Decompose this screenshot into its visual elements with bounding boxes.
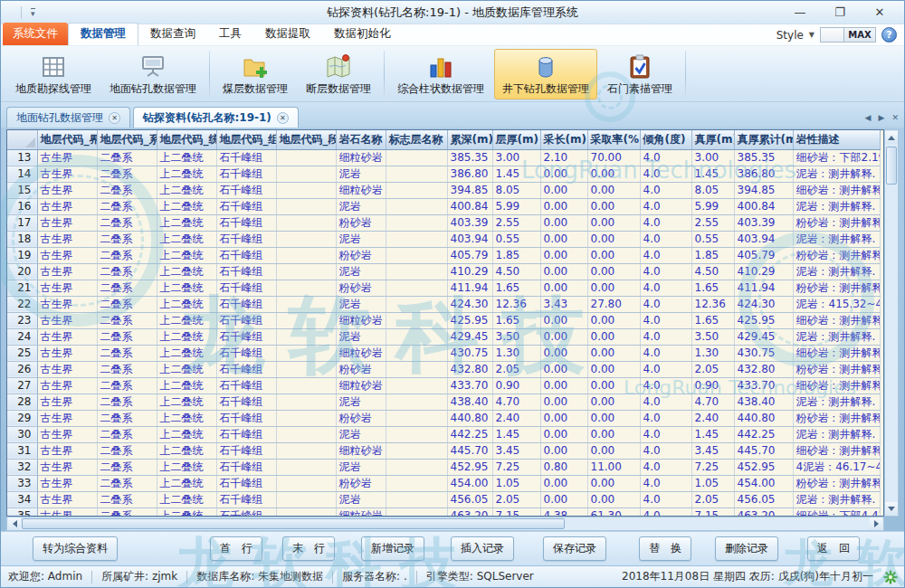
table-row[interactable]: 29古生界二叠系上二叠统石千峰组粉砂岩440.802.400.000.004.0… (7, 410, 880, 426)
table-cell[interactable]: 70.00 (587, 149, 640, 166)
table-cell[interactable]: 440.80 (447, 410, 492, 426)
row-number-cell[interactable]: 33 (7, 475, 37, 491)
table-cell[interactable]: 12.36 (492, 296, 540, 312)
table-cell[interactable]: 394.85 (734, 182, 793, 198)
table-row[interactable]: 18古生界二叠系上二叠统石千峰组泥岩403.940.550.000.004.00… (7, 231, 880, 247)
horizontal-scrollbar[interactable] (6, 517, 884, 531)
table-cell[interactable]: 粉砂岩：测井解释. (793, 361, 880, 377)
chevron-down-icon[interactable]: ▼ (809, 31, 814, 39)
table-cell[interactable]: 0.00 (540, 263, 587, 280)
table-cell[interactable] (276, 459, 336, 475)
table-cell[interactable] (386, 247, 447, 263)
table-cell[interactable]: 二叠系 (97, 459, 157, 475)
table-cell[interactable]: 3.43 (540, 296, 587, 312)
table-cell[interactable]: 二叠系 (97, 166, 157, 182)
table-cell[interactable]: 古生界 (37, 394, 97, 410)
table-cell[interactable]: 0.00 (540, 231, 587, 247)
document-tab[interactable]: 地面钻孔数据管理✕ (6, 107, 130, 128)
table-cell[interactable]: 0.90 (492, 377, 540, 394)
table-cell[interactable]: 405.79 (447, 247, 492, 263)
table-cell[interactable] (276, 182, 336, 198)
row-number-cell[interactable]: 26 (7, 361, 37, 377)
table-cell[interactable]: 上二叠统 (157, 231, 216, 247)
table-cell[interactable]: 385.35 (447, 149, 492, 166)
table-cell[interactable]: 456.05 (447, 491, 492, 507)
table-cell[interactable]: 0.00 (587, 312, 640, 328)
table-cell[interactable]: 粉砂岩：测井解释. (793, 214, 880, 231)
table-cell[interactable]: 0.00 (540, 361, 587, 377)
table-cell[interactable]: 古生界 (37, 459, 97, 475)
table-cell[interactable]: 0.00 (587, 328, 640, 345)
table-cell[interactable]: 上二叠统 (157, 328, 216, 345)
scroll-left-icon[interactable] (8, 517, 21, 530)
table-cell[interactable]: 0.00 (587, 442, 640, 459)
table-cell[interactable]: 2.05 (492, 491, 540, 507)
table-cell[interactable]: 0.00 (540, 280, 587, 296)
table-cell[interactable]: 1.65 (691, 312, 734, 328)
table-cell[interactable]: 1.65 (492, 280, 540, 296)
row-number-cell[interactable]: 15 (7, 182, 37, 198)
row-number-cell[interactable]: 19 (7, 247, 37, 263)
row-number-cell[interactable]: 27 (7, 377, 37, 394)
table-cell[interactable]: 2.05 (691, 491, 734, 507)
table-cell[interactable]: 0.00 (540, 312, 587, 328)
table-cell[interactable]: 4.0 (640, 426, 691, 442)
table-cell[interactable]: 8.05 (492, 182, 540, 198)
table-cell[interactable]: 古生界 (37, 491, 97, 507)
row-number-cell[interactable]: 29 (7, 410, 37, 426)
table-cell[interactable]: 61.30 (587, 507, 640, 517)
table-cell[interactable] (276, 475, 336, 491)
table-cell[interactable] (276, 377, 336, 394)
table-cell[interactable] (386, 182, 447, 198)
table-cell[interactable]: 古生界 (37, 231, 97, 247)
table-row[interactable]: 34古生界二叠系上二叠统石千峰组泥岩456.052.050.000.004.02… (7, 491, 880, 507)
table-row[interactable]: 13古生界二叠系上二叠统石千峰组细粒砂岩385.353.002.1070.004… (7, 149, 880, 166)
table-cell[interactable]: 433.70 (734, 377, 793, 394)
table-cell[interactable] (386, 426, 447, 442)
table-cell[interactable]: 4.0 (640, 459, 691, 475)
return-button[interactable]: 返 回 (807, 536, 860, 561)
first-row-button[interactable]: 首 行 (210, 536, 262, 561)
table-cell[interactable]: 445.70 (734, 442, 793, 459)
column-header[interactable]: 真厚(m) (691, 130, 734, 149)
table-cell[interactable]: 二叠系 (97, 491, 157, 507)
table-cell[interactable] (276, 312, 336, 328)
table-cell[interactable]: 粉砂岩 (336, 247, 386, 263)
table-row[interactable]: 14古生界二叠系上二叠统石千峰组泥岩386.801.450.000.004.01… (7, 166, 880, 182)
table-cell[interactable]: 0.00 (587, 166, 640, 182)
add-record-button[interactable]: 新增记录 (361, 536, 424, 561)
scroll-right-icon[interactable] (870, 517, 882, 530)
table-cell[interactable]: 0.00 (587, 475, 640, 491)
table-cell[interactable]: 4.0 (640, 312, 691, 328)
table-cell[interactable] (386, 377, 447, 394)
table-cell[interactable]: 4.0 (640, 410, 691, 426)
table-cell[interactable]: 0.00 (540, 345, 587, 361)
table-cell[interactable]: 2.40 (691, 410, 734, 426)
row-number-cell[interactable]: 24 (7, 328, 37, 345)
table-cell[interactable]: 细粒砂岩 (336, 377, 386, 394)
table-cell[interactable]: 0.00 (587, 231, 640, 247)
max-toggle[interactable]: MAX (820, 27, 876, 43)
table-cell[interactable]: 石千峰组 (216, 296, 276, 312)
table-cell[interactable]: 粉砂岩 (336, 361, 386, 377)
table-cell[interactable]: 12.36 (691, 296, 734, 312)
table-cell[interactable]: 0.00 (540, 166, 587, 182)
table-cell[interactable]: 泥岩 (336, 328, 386, 345)
table-cell[interactable]: 细砂岩：测井解释. (793, 442, 880, 459)
table-cell[interactable]: 4.0 (640, 328, 691, 345)
table-cell[interactable]: 7.15 (492, 507, 540, 517)
table-cell[interactable]: 4.70 (492, 394, 540, 410)
table-cell[interactable]: 0.00 (540, 328, 587, 345)
table-cell[interactable]: 二叠系 (97, 394, 157, 410)
table-cell[interactable]: 石千峰组 (216, 312, 276, 328)
row-number-cell[interactable]: 28 (7, 394, 37, 410)
document-tab-active[interactable]: 钻探资料(钻孔名称:19-1)✕ (133, 107, 299, 128)
table-cell[interactable]: 石千峰组 (216, 182, 276, 198)
table-cell[interactable]: 1.30 (492, 345, 540, 361)
table-cell[interactable]: 1.45 (492, 426, 540, 442)
row-number-cell[interactable]: 14 (7, 166, 37, 182)
table-cell[interactable]: 445.70 (447, 442, 492, 459)
close-icon[interactable]: ✕ (109, 112, 120, 124)
table-cell[interactable]: 泥岩 (336, 491, 386, 507)
table-cell[interactable]: 上二叠统 (157, 491, 216, 507)
